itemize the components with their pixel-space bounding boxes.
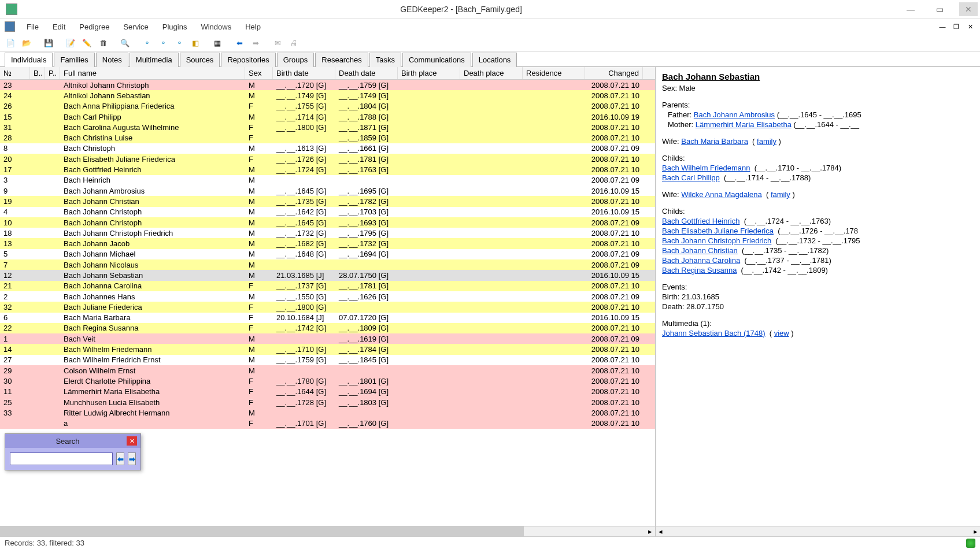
- mdi-restore-button[interactable]: ❐: [951, 23, 961, 31]
- table-row[interactable]: 8Bach ChristophM__.__.1613 [G]__.__.1661…: [0, 143, 655, 154]
- table-row[interactable]: 14Bach Wilhelm FriedemannM__.__.1710 [G]…: [0, 344, 655, 354]
- menu-windows[interactable]: Windows: [194, 20, 238, 34]
- tab-repositories[interactable]: Repositories: [221, 53, 275, 67]
- table-row[interactable]: 23Altnikol Johann ChristophM__.__.1720 […: [0, 80, 655, 90]
- new-file-icon[interactable]: 📄: [3, 36, 17, 50]
- col-b[interactable]: B..: [30, 67, 45, 79]
- search-dialog[interactable]: Search ✕ ⬅ ➡: [5, 433, 141, 470]
- table-row[interactable]: 29Colson Wilhelm ErnstM2008.07.21 10: [0, 365, 655, 376]
- table-row[interactable]: 20Bach Elisabeth Juliane FriedericaF__._…: [0, 154, 655, 164]
- pedigree-icon[interactable]: ◧: [188, 36, 202, 50]
- col-birth[interactable]: Birth date: [273, 67, 335, 79]
- child-link[interactable]: Bach Johann Christoph Friedrich: [662, 236, 771, 245]
- tab-communications[interactable]: Communications: [402, 53, 471, 67]
- table-row[interactable]: 32Bach Juliane FriedericaF__.__.1800 [G]…: [0, 302, 655, 312]
- stats-icon[interactable]: ▦: [210, 36, 224, 50]
- multimedia-link[interactable]: Johann Sebastian Bach (1748): [662, 329, 765, 337]
- menu-file[interactable]: File: [20, 20, 46, 34]
- table-row[interactable]: 13Bach Johann JacobM__.__.1682 [G]__.__.…: [0, 238, 655, 248]
- tab-individuals[interactable]: Individuals: [5, 53, 53, 67]
- table-row[interactable]: 22Bach Regina SusannaF__.__.1742 [G]__._…: [0, 323, 655, 333]
- delete-record-icon[interactable]: 🗑: [96, 36, 110, 50]
- menu-plugins[interactable]: Plugins: [156, 20, 194, 34]
- print-icon[interactable]: 🖨: [287, 36, 301, 50]
- table-row[interactable]: 33Ritter Ludwig Albrecht HermannM2008.07…: [0, 407, 655, 418]
- tab-notes[interactable]: Notes: [96, 53, 128, 67]
- tab-sources[interactable]: Sources: [180, 53, 220, 67]
- table-row[interactable]: 4Bach Johann ChristophM__.__.1642 [G]__.…: [0, 207, 655, 217]
- mdi-close-button[interactable]: ✕: [965, 23, 975, 31]
- mother-link[interactable]: Lämmerhirt Maria Elisabetha: [696, 120, 792, 129]
- save-icon[interactable]: 💾: [42, 36, 56, 50]
- nav-back-icon[interactable]: ⬅: [232, 36, 246, 50]
- h-scrollbar[interactable]: ▸: [0, 526, 655, 536]
- tab-tasks[interactable]: Tasks: [369, 53, 401, 67]
- multimedia-view-link[interactable]: view: [774, 329, 789, 337]
- nav-forward-icon[interactable]: ➡: [249, 36, 262, 50]
- filter-icon[interactable]: 🔍: [118, 36, 132, 50]
- close-button[interactable]: ✕: [959, 2, 978, 16]
- table-row[interactable]: 2Bach Johannes HansM__.__.1550 [G]__.__.…: [0, 291, 655, 302]
- col-sex[interactable]: Sex: [245, 67, 273, 79]
- detail-h-scrollbar[interactable]: ◂▸: [656, 526, 980, 536]
- tab-families[interactable]: Families: [54, 53, 94, 67]
- tree-both-icon[interactable]: ⚬: [172, 36, 186, 50]
- tree-descendants-icon[interactable]: ⚬: [156, 36, 170, 50]
- menu-edit[interactable]: Edit: [46, 20, 72, 34]
- child-link[interactable]: Bach Elisabeth Juliane Friederica: [662, 227, 774, 235]
- col-name[interactable]: Full name: [60, 67, 245, 79]
- table-row[interactable]: 7Bach Johann NicolausM2008.07.21 09: [0, 259, 655, 270]
- tree-ancestors-icon[interactable]: ⚬: [140, 36, 154, 50]
- table-row[interactable]: 11Lämmerhirt Maria ElisabethaF__.__.1644…: [0, 387, 655, 397]
- col-no[interactable]: №: [0, 67, 30, 79]
- wife2-link[interactable]: Wilcke Anna Magdalena: [681, 190, 761, 199]
- tab-groups[interactable]: Groups: [277, 53, 315, 67]
- col-res[interactable]: Residence: [523, 67, 585, 79]
- table-row[interactable]: 19Bach Johann ChristianM__.__.1735 [G]__…: [0, 196, 655, 206]
- family2-link[interactable]: family: [771, 190, 790, 199]
- table-row[interactable]: 27Bach Wilhelm Friedrich ErnstM__.__.175…: [0, 355, 655, 365]
- menu-help[interactable]: Help: [238, 20, 268, 34]
- table-row[interactable]: 26Bach Anna Philippiana FriedericaF__.__…: [0, 101, 655, 112]
- child-link[interactable]: Bach Gottfried Heinrich: [662, 217, 739, 225]
- child-link[interactable]: Bach Carl Philipp: [662, 173, 720, 182]
- child-link[interactable]: Bach Wilhelm Friedemann: [662, 164, 750, 172]
- send-mail-icon[interactable]: ✉: [271, 36, 284, 50]
- table-row[interactable]: 21Bach Johanna CarolinaF__.__.1737 [G]__…: [0, 281, 655, 291]
- search-next-button[interactable]: ➡: [128, 452, 136, 465]
- minimize-button[interactable]: —: [901, 2, 920, 16]
- table-row[interactable]: 9Bach Johann AmbrosiusM__.__.1645 [G]__.…: [0, 186, 655, 196]
- father-link[interactable]: Bach Johann Ambrosius: [694, 110, 775, 119]
- open-file-icon[interactable]: 📂: [20, 36, 34, 50]
- col-bplace[interactable]: Birth place: [398, 67, 460, 79]
- table-row[interactable]: 17Bach Gottfried HeinrichM__.__.1724 [G]…: [0, 164, 655, 175]
- table-row[interactable]: 24Altnikol Johann SebastianM__.__.1749 […: [0, 90, 655, 101]
- menu-pedigree[interactable]: Pedigree: [72, 20, 116, 34]
- add-record-icon[interactable]: 📝: [64, 36, 77, 50]
- mdi-minimize-button[interactable]: —: [937, 23, 948, 31]
- tab-locations[interactable]: Locations: [472, 53, 517, 67]
- menu-service[interactable]: Service: [116, 20, 155, 34]
- table-row[interactable]: aF__.__.1701 [G]__.__.1760 [G]2008.07.21…: [0, 418, 655, 429]
- table-row[interactable]: 6Bach Maria BarbaraF20.10.1684 [J]07.07.…: [0, 313, 655, 323]
- table-row[interactable]: 15Bach Carl PhilippM__.__.1714 [G]__.__.…: [0, 112, 655, 122]
- child-link[interactable]: Bach Johann Christian: [662, 246, 738, 255]
- tab-researches[interactable]: Researches: [315, 53, 368, 67]
- col-p[interactable]: P..: [45, 67, 60, 79]
- wife1-link[interactable]: Bach Maria Barbara: [681, 137, 748, 146]
- search-close-button[interactable]: ✕: [127, 436, 137, 446]
- table-row[interactable]: 25Munchhusen Lucia ElisabethF__.__.1728 …: [0, 397, 655, 407]
- search-prev-button[interactable]: ⬅: [116, 452, 124, 465]
- child-link[interactable]: Bach Regina Susanna: [662, 266, 737, 274]
- family1-link[interactable]: family: [757, 137, 776, 146]
- col-dplace[interactable]: Death place: [460, 67, 523, 79]
- maximize-button[interactable]: ▭: [930, 2, 949, 16]
- table-row[interactable]: 31Bach Carolina Augusta WilhelmineF__.__…: [0, 122, 655, 132]
- child-link[interactable]: Bach Johanna Carolina: [662, 256, 740, 265]
- table-row[interactable]: 10Bach Johann ChristophM__.__.1645 [G]__…: [0, 217, 655, 228]
- table-row[interactable]: 30Elerdt Charlotte PhilippinaF__.__.1780…: [0, 376, 655, 386]
- col-changed[interactable]: Changed: [585, 67, 643, 79]
- table-row[interactable]: 28Bach Christina LuiseF__.__.1859 [G]200…: [0, 132, 655, 143]
- table-row[interactable]: 1Bach VeitM__.__.1619 [G]2008.07.21 09: [0, 333, 655, 344]
- table-row[interactable]: 5Bach Johann MichaelM__.__.1648 [G]__.__…: [0, 249, 655, 259]
